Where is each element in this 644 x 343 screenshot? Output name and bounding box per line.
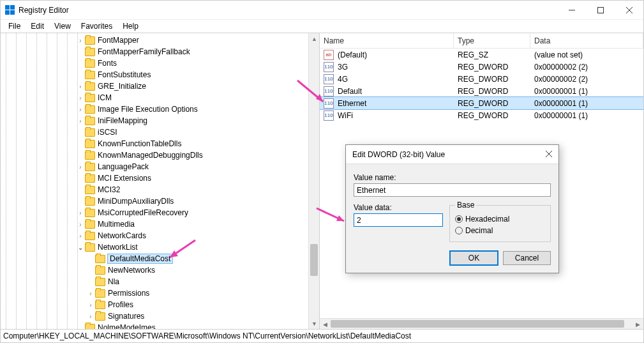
titlebar: Registry Editor bbox=[1, 1, 643, 20]
dialog-title: Edit DWORD (32-bit) Value bbox=[352, 150, 546, 159]
tree-item-label: NolmeModeImes bbox=[98, 323, 156, 329]
tree-item[interactable]: NewNetworks bbox=[4, 264, 308, 276]
tree-item-label: NetworkCards bbox=[98, 231, 146, 240]
reg-dword-icon: 110 bbox=[324, 98, 334, 109]
col-data[interactable]: Data bbox=[530, 33, 643, 48]
cell-type: REG_SZ bbox=[454, 50, 530, 59]
tree-item[interactable]: KnownFunctionTableDlls bbox=[4, 138, 308, 149]
value-data-input[interactable] bbox=[354, 213, 443, 227]
cell-name: 4G bbox=[336, 75, 454, 84]
tree-scrollbar-v[interactable]: ▲ ▼ bbox=[308, 33, 319, 329]
folder-icon bbox=[85, 186, 95, 194]
tree-item-label: MsiCorruptedFileRecovery bbox=[98, 208, 188, 217]
edit-dword-dialog: Edit DWORD (32-bit) Value Value name: Va… bbox=[345, 144, 559, 273]
list-row[interactable]: ab(Default)REG_SZ(value not set) bbox=[320, 49, 643, 61]
menu-help[interactable]: Help bbox=[117, 20, 144, 32]
list-row[interactable]: 110DefaultREG_DWORD0x00000001 (1) bbox=[320, 85, 643, 97]
tree-item-label: MCI32 bbox=[98, 185, 120, 194]
cell-data: 0x00000001 (1) bbox=[530, 99, 643, 108]
tree-item[interactable]: ⌄NetworkList bbox=[4, 241, 308, 253]
tree-item[interactable]: KnownManagedDebuggingDlls bbox=[4, 149, 308, 161]
folder-icon bbox=[85, 48, 95, 56]
app-icon bbox=[4, 5, 15, 15]
radio-hexadecimal[interactable]: Hexadecimal bbox=[455, 213, 545, 225]
cell-type: REG_DWORD bbox=[454, 75, 530, 84]
maximize-button[interactable] bbox=[586, 1, 615, 20]
ok-button[interactable]: OK bbox=[450, 251, 498, 265]
folder-icon bbox=[95, 312, 105, 321]
reg-dword-icon: 110 bbox=[324, 62, 334, 72]
tree-item-label: FontMapper bbox=[98, 36, 139, 45]
tree-item[interactable]: DefaultMediaCost bbox=[4, 253, 308, 264]
menu-favorites[interactable]: Favorites bbox=[76, 20, 117, 32]
folder-icon bbox=[85, 197, 95, 206]
chevron-right-icon[interactable]: › bbox=[86, 301, 95, 309]
cell-data: 0x00000001 (1) bbox=[530, 87, 643, 96]
folder-icon bbox=[95, 266, 105, 275]
window-title: Registry Editor bbox=[19, 6, 557, 15]
tree-item-label: Nla bbox=[108, 277, 119, 286]
tree-item-label: FontSubstitutes bbox=[98, 70, 151, 79]
tree-item-label: KnownManagedDebuggingDlls bbox=[98, 151, 203, 160]
close-button[interactable] bbox=[615, 1, 643, 20]
value-name-input[interactable] bbox=[354, 183, 551, 197]
tree-item[interactable]: ›MsiCorruptedFileRecovery bbox=[4, 207, 308, 218]
cell-name: Ethernet bbox=[336, 99, 454, 108]
folder-icon bbox=[85, 232, 95, 240]
tree-item[interactable]: ›Permissions bbox=[4, 287, 308, 299]
list-scrollbar-h[interactable]: ◀ ▶ bbox=[320, 318, 643, 329]
menu-view[interactable]: View bbox=[49, 20, 76, 32]
folder-icon bbox=[95, 255, 105, 263]
tree-item[interactable]: Nla bbox=[4, 276, 308, 287]
tree-item-label: Permissions bbox=[108, 289, 149, 298]
tree-item-label: GRE_Initialize bbox=[98, 82, 146, 91]
tree-item[interactable]: MCI32 bbox=[4, 184, 308, 195]
list-row[interactable]: 1104GREG_DWORD0x00000002 (2) bbox=[320, 73, 643, 85]
minimize-button[interactable] bbox=[557, 1, 586, 20]
folder-icon bbox=[85, 209, 95, 217]
tree-item[interactable]: ›FontMapper bbox=[4, 34, 308, 46]
tree-item[interactable]: NolmeModeImes bbox=[4, 322, 308, 329]
cancel-button[interactable]: Cancel bbox=[503, 251, 551, 265]
dialog-close-icon[interactable] bbox=[546, 150, 552, 159]
tree-item[interactable]: ›Multimedia bbox=[4, 218, 308, 230]
tree-item[interactable]: ›GRE_Initialize bbox=[4, 80, 308, 92]
folder-icon bbox=[85, 105, 95, 114]
tree-item[interactable]: Fonts bbox=[4, 57, 308, 69]
tree-pane: ›FontMapperFontMapperFamilyFallbackFonts… bbox=[1, 33, 320, 329]
tree-item[interactable]: ›Image File Execution Options bbox=[4, 103, 308, 115]
menu-file[interactable]: File bbox=[3, 20, 26, 32]
list-row[interactable]: 110EthernetREG_DWORD0x00000001 (1) bbox=[320, 97, 643, 109]
list-row[interactable]: 1103GREG_DWORD0x00000002 (2) bbox=[320, 61, 643, 73]
menubar: File Edit View Favorites Help bbox=[1, 20, 643, 33]
menu-edit[interactable]: Edit bbox=[26, 20, 49, 32]
tree-item[interactable]: ›Signatures bbox=[4, 310, 308, 322]
value-data-label: Value data: bbox=[354, 203, 443, 212]
tree-item-label: Signatures bbox=[108, 312, 144, 321]
tree-item[interactable]: ›LanguagePack bbox=[4, 161, 308, 172]
tree-item[interactable]: ›IniFileMapping bbox=[4, 115, 308, 126]
col-type[interactable]: Type bbox=[454, 33, 530, 48]
tree-item[interactable]: ›Profiles bbox=[4, 299, 308, 310]
list-row[interactable]: 110WiFiREG_DWORD0x00000001 (1) bbox=[320, 109, 643, 121]
tree-item-label: MCI Extensions bbox=[98, 174, 151, 183]
chevron-right-icon[interactable]: › bbox=[86, 290, 95, 297]
cell-type: REG_DWORD bbox=[454, 111, 530, 120]
tree-item[interactable]: ›ICM bbox=[4, 92, 308, 103]
col-name[interactable]: Name bbox=[320, 33, 454, 48]
cell-data: 0x00000002 (2) bbox=[530, 63, 643, 72]
tree-item-label: IniFileMapping bbox=[98, 116, 147, 125]
value-name-label: Value name: bbox=[354, 173, 551, 182]
statusbar: Computer\HKEY_LOCAL_MACHINE\SOFTWARE\Mic… bbox=[1, 330, 643, 342]
folder-icon bbox=[85, 151, 95, 160]
tree-item[interactable]: FontMapperFamilyFallback bbox=[4, 46, 308, 57]
tree-item[interactable]: MCI Extensions bbox=[4, 172, 308, 184]
tree-item[interactable]: iSCSI bbox=[4, 126, 308, 138]
tree-item[interactable]: MiniDumpAuxiliaryDlls bbox=[4, 195, 308, 207]
base-group-label: Base bbox=[455, 201, 476, 210]
tree-item[interactable]: ›NetworkCards bbox=[4, 230, 308, 241]
chevron-right-icon[interactable]: › bbox=[86, 313, 95, 320]
radio-decimal[interactable]: Decimal bbox=[455, 225, 545, 236]
cell-type: REG_DWORD bbox=[454, 99, 530, 108]
tree-item[interactable]: FontSubstitutes bbox=[4, 69, 308, 80]
